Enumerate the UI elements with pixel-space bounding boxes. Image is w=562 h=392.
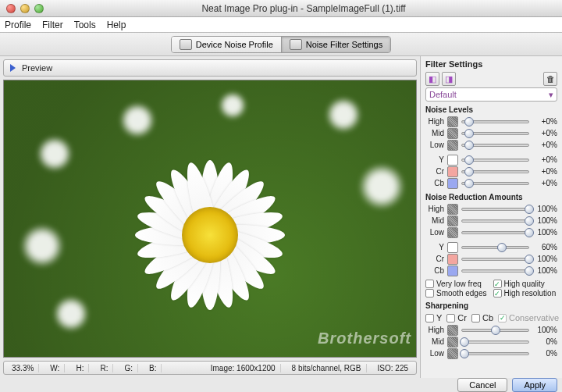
slider-label: Mid: [425, 337, 444, 346]
sharp-conservative[interactable]: ✓Conservative: [498, 313, 559, 323]
slider-label: Cr: [425, 255, 444, 263]
profile-icon: [180, 39, 192, 50]
slider-label: High: [425, 117, 444, 126]
preset-dropdown[interactable]: Default▾: [425, 87, 557, 102]
sharpening-row-low: Low0%: [425, 347, 557, 359]
flower: [120, 145, 300, 325]
filter-settings-panel: Filter Settings ◧ ◨ 🗑 Default▾ Noise Lev…: [420, 56, 562, 378]
play-icon: [10, 64, 16, 72]
close-icon[interactable]: [6, 4, 16, 13]
reduction-title: Noise Reduction Amounts: [425, 193, 557, 201]
menu-filter[interactable]: Filter: [42, 20, 63, 30]
slider[interactable]: [461, 266, 529, 276]
sharp-y[interactable]: Y: [425, 313, 442, 323]
zoom-icon[interactable]: [34, 4, 44, 13]
check-high-resolution[interactable]: ✓High resolution: [493, 289, 558, 298]
slider[interactable]: [461, 179, 529, 188]
check-smooth-edges[interactable]: Smooth edges: [425, 289, 490, 298]
status-zoom[interactable]: 33.3%: [7, 364, 39, 372]
slider[interactable]: [461, 167, 529, 176]
reduction-row-cr: Cr100%: [425, 253, 557, 265]
slider[interactable]: [461, 216, 529, 226]
tab-noise-filter-settings[interactable]: Noise Filter Settings: [281, 37, 390, 52]
preview-bar[interactable]: Preview: [3, 59, 417, 77]
preview-image[interactable]: Brothersoft: [3, 80, 417, 358]
tab-device-noise-profile[interactable]: Device Noise Profile: [172, 37, 281, 52]
slider-value: 100%: [532, 228, 557, 237]
minimize-icon[interactable]: [20, 4, 30, 13]
slider[interactable]: [461, 255, 529, 264]
slider-value: 0%: [532, 337, 557, 346]
noise-level-row-low: Low+0%: [425, 139, 557, 151]
trash-button[interactable]: 🗑: [543, 72, 557, 86]
slider[interactable]: [461, 228, 529, 237]
status-b: B:: [144, 364, 162, 372]
swatch-icon: [447, 128, 458, 139]
swatch-icon: [447, 166, 458, 177]
sharpening-row-mid: Mid0%: [425, 336, 557, 347]
swatch-icon: [447, 242, 458, 253]
slider-value: 100%: [532, 205, 557, 213]
slider-value: 100%: [532, 216, 557, 225]
swatch-icon: [447, 254, 458, 265]
noise-level-row-cr: Cr+0%: [425, 166, 557, 177]
slider[interactable]: [461, 326, 529, 335]
sharp-cr[interactable]: Cr: [446, 313, 467, 323]
slider-value: +0%: [532, 155, 557, 164]
slider-value: 100%: [532, 326, 557, 334]
toolbar: Device Noise Profile Noise Filter Settin…: [0, 33, 562, 56]
reduction-row-y: Y60%: [425, 241, 557, 253]
menu-help[interactable]: Help: [107, 20, 126, 30]
slider[interactable]: [461, 243, 529, 252]
reduction-row-high: High100%: [425, 203, 557, 215]
slider-value: 60%: [532, 243, 557, 251]
settings-icon: [290, 39, 302, 50]
menu-tools[interactable]: Tools: [74, 20, 96, 30]
slider-label: Low: [425, 349, 444, 358]
slider[interactable]: [461, 117, 529, 127]
status-g: G:: [119, 364, 138, 372]
reduction-row-mid: Mid100%: [425, 215, 557, 226]
noise-level-row-high: High+0%: [425, 116, 557, 127]
titlebar: Neat Image Pro plug-in - SampleImageFull…: [0, 0, 562, 17]
sharp-cb[interactable]: Cb: [471, 313, 493, 323]
apply-button[interactable]: Apply: [512, 378, 557, 392]
slider-label: Y: [425, 155, 444, 164]
slider-label: Low: [425, 141, 444, 149]
slider-value: 100%: [532, 255, 557, 263]
slider[interactable]: [461, 141, 529, 150]
window-title: Neat Image Pro plug-in - SampleImageFull…: [52, 3, 556, 14]
slider[interactable]: [461, 349, 529, 358]
slider[interactable]: [461, 205, 529, 214]
preset-next-button[interactable]: ◨: [442, 72, 456, 86]
window-controls: [6, 4, 44, 13]
swatch-icon: [447, 265, 458, 276]
swatch-icon: [447, 325, 458, 336]
slider[interactable]: [461, 129, 529, 138]
swatch-icon: [447, 216, 458, 226]
slider[interactable]: [461, 155, 529, 165]
slider-value: +0%: [532, 129, 557, 137]
slider-label: Mid: [425, 216, 444, 225]
chevron-down-icon: ▾: [549, 90, 553, 100]
status-bits: 8 bits/channel, RGB: [287, 364, 367, 372]
noise-levels-title: Noise Levels: [425, 105, 557, 114]
swatch-icon: [447, 116, 458, 127]
check-very-low-freq[interactable]: Very low freq: [425, 280, 490, 288]
cancel-button[interactable]: Cancel: [457, 378, 507, 392]
status-iso: ISO: 225: [373, 364, 413, 372]
reduction-row-low: Low100%: [425, 226, 557, 238]
slider[interactable]: [461, 337, 529, 347]
status-image: Image: 1600x1200: [206, 364, 281, 372]
preview-label: Preview: [22, 63, 52, 73]
preset-prev-button[interactable]: ◧: [425, 72, 439, 86]
reduction-row-cb: Cb100%: [425, 265, 557, 276]
noise-level-row-mid: Mid+0%: [425, 127, 557, 139]
swatch-icon: [447, 155, 458, 166]
slider-label: High: [425, 205, 444, 213]
slider-label: Mid: [425, 129, 444, 137]
swatch-icon: [447, 337, 458, 347]
check-high-quality[interactable]: ✓High quality: [493, 280, 558, 288]
menu-profile[interactable]: Profile: [5, 20, 31, 30]
slider-label: Cr: [425, 167, 444, 176]
